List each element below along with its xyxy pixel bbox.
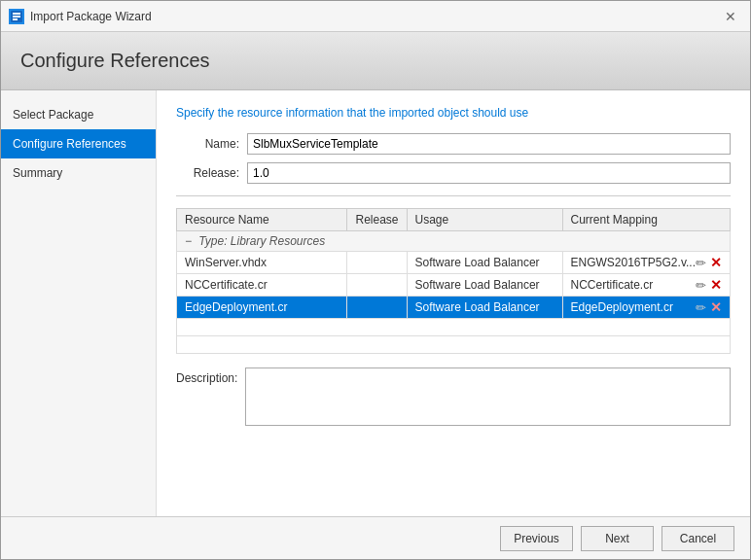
row-actions: ✏ ✕ (696, 277, 722, 293)
instruction-text: Specify the resource information that th… (176, 106, 731, 120)
empty-row (177, 319, 731, 336)
resource-mapping-cell: NCCertificate.cr ✏ ✕ (562, 274, 731, 297)
close-button[interactable]: ✕ (719, 5, 742, 28)
resource-mapping-cell: EdgeDeployment.cr ✏ ✕ (562, 297, 731, 319)
release-label: Release: (176, 166, 239, 180)
empty-row (177, 336, 731, 354)
header-banner: Configure References (1, 32, 750, 90)
release-row: Release: (176, 162, 731, 184)
content-area: Select Package Configure References Summ… (1, 90, 750, 516)
col-usage: Usage (407, 209, 562, 231)
main-window: Import Package Wizard ✕ Configure Refere… (0, 0, 751, 560)
sidebar-item-select-package[interactable]: Select Package (1, 100, 156, 129)
resource-release-cell (347, 297, 407, 319)
resources-table: Resource Name Release Usage Current Mapp… (176, 208, 731, 354)
resource-release-cell (347, 274, 407, 297)
edit-icon[interactable]: ✏ (696, 256, 706, 270)
description-section: Description: (176, 368, 731, 426)
type-row-label: − Type: Library Resources (177, 231, 731, 252)
delete-icon[interactable]: ✕ (710, 299, 722, 315)
resource-usage-cell: Software Load Balancer (407, 252, 562, 274)
release-input[interactable] (247, 162, 731, 184)
cancel-button[interactable]: Cancel (662, 526, 734, 551)
edit-icon[interactable]: ✏ (696, 300, 706, 315)
col-release: Release (347, 209, 407, 231)
col-current-mapping: Current Mapping (562, 209, 731, 231)
title-bar: Import Package Wizard ✕ (1, 1, 750, 32)
main-content: Specify the resource information that th… (157, 90, 750, 516)
resource-release-cell (347, 252, 407, 274)
window-title: Import Package Wizard (30, 10, 719, 23)
resource-name-cell: EdgeDeployment.cr (177, 297, 347, 319)
resource-usage-cell: Software Load Balancer (407, 297, 562, 319)
collapse-icon[interactable]: − (185, 234, 192, 248)
name-row: Name: (176, 133, 731, 155)
col-resource-name: Resource Name (177, 209, 347, 231)
table-row[interactable]: EdgeDeployment.cr Software Load Balancer… (177, 297, 731, 319)
table-header-row: Resource Name Release Usage Current Mapp… (177, 209, 731, 231)
row-actions: ✏ ✕ (696, 299, 722, 315)
divider (176, 195, 731, 196)
description-textarea[interactable] (245, 368, 731, 426)
footer: Previous Next Cancel (1, 516, 750, 559)
sidebar-item-summary[interactable]: Summary (1, 158, 156, 188)
app-icon (9, 9, 24, 24)
row-actions: ✏ ✕ (696, 255, 722, 270)
sidebar: Select Package Configure References Summ… (1, 90, 157, 516)
resource-usage-cell: Software Load Balancer (407, 274, 562, 297)
page-title: Configure References (20, 50, 210, 72)
description-label: Description: (176, 368, 237, 385)
name-input[interactable] (247, 133, 731, 155)
resource-name-cell: WinServer.vhdx (177, 252, 347, 274)
svg-rect-1 (13, 13, 20, 15)
resource-name-cell: NCCertificate.cr (177, 274, 347, 297)
edit-icon[interactable]: ✏ (696, 278, 706, 293)
table-row[interactable]: WinServer.vhdx Software Load Balancer EN… (177, 252, 731, 274)
name-label: Name: (176, 137, 239, 151)
type-header-row: − Type: Library Resources (177, 231, 731, 252)
svg-rect-2 (13, 16, 20, 18)
delete-icon[interactable]: ✕ (710, 255, 722, 270)
table-row[interactable]: NCCertificate.cr Software Load Balancer … (177, 274, 731, 297)
previous-button[interactable]: Previous (500, 526, 573, 551)
next-button[interactable]: Next (581, 526, 654, 551)
sidebar-item-configure-references[interactable]: Configure References (1, 129, 156, 158)
resource-mapping-cell: ENGWS2016TP5G2.v... ✏ ✕ (562, 252, 731, 274)
delete-icon[interactable]: ✕ (710, 277, 722, 293)
svg-rect-3 (13, 18, 18, 20)
